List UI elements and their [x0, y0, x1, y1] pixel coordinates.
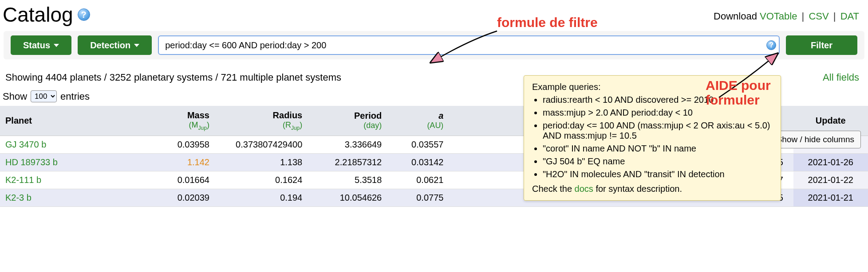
tooltip-examples: radius:rearth < 10 AND discovered >= 201…	[532, 95, 773, 179]
status-dropdown[interactable]: Status	[11, 35, 71, 55]
col-radius[interactable]: Radius(RJup)	[215, 106, 308, 136]
status-label: Status	[23, 40, 50, 51]
planet-link[interactable]: K2-111 b	[5, 175, 41, 185]
tooltip-example: "corot" IN name AND NOT "b" IN name	[543, 144, 773, 154]
radius-value: 0.194	[215, 189, 308, 206]
period-value: 5.3518	[308, 171, 387, 189]
download-votable[interactable]: VOTable	[760, 11, 797, 22]
arrow-icon	[426, 27, 515, 71]
title-text: Catalog	[3, 3, 73, 27]
download-dat[interactable]: DAT	[840, 11, 859, 22]
update-value: 2021-01-22	[793, 171, 868, 189]
mass-value: 0.03958	[178, 140, 209, 149]
filter-button[interactable]: Filter	[786, 35, 857, 55]
tooltip-footer: Check the docs for syntax description.	[532, 184, 773, 194]
detection-label: Detection	[90, 40, 130, 51]
a-value: 0.0621	[387, 171, 449, 189]
update-value: 2021-01-26	[793, 153, 868, 171]
tooltip-example: "H2O" IN molecules AND "transit" IN dete…	[543, 169, 773, 179]
summary-text: Showing 4404 planets / 3252 planetary sy…	[5, 72, 341, 83]
download-label: Download	[714, 11, 757, 22]
tooltip-example: "GJ 504 b" EQ name	[543, 156, 773, 167]
period-value: 10.054626	[308, 189, 387, 206]
col-a[interactable]: a(AU)	[387, 106, 449, 136]
period-value: 2.21857312	[308, 153, 387, 171]
caret-down-icon	[134, 44, 139, 47]
download-csv[interactable]: CSV	[809, 11, 829, 22]
detection-dropdown[interactable]: Detection	[78, 35, 152, 55]
radius-value: 0.373807429400	[215, 136, 308, 153]
entries-select[interactable]: 100	[31, 90, 57, 102]
annotation-help: AIDE pourformuler	[706, 78, 771, 107]
a-value: 0.0775	[387, 189, 449, 206]
a-value: 0.03142	[387, 153, 449, 171]
show-label: Show	[3, 91, 27, 102]
show-hide-columns-button[interactable]: Show / hide columns	[770, 131, 861, 148]
annotation-filter-formula: formule de filtre	[497, 15, 598, 30]
caret-down-icon	[54, 44, 59, 47]
radius-value: 1.138	[215, 153, 308, 171]
radius-value: 0.1624	[215, 171, 308, 189]
mass-value: 0.01664	[178, 175, 209, 185]
col-period[interactable]: Period(day)	[308, 106, 387, 136]
entries-label: entries	[60, 91, 90, 102]
all-fields-link[interactable]: All fields	[823, 72, 859, 83]
planet-link[interactable]: HD 189733 b	[5, 157, 58, 167]
docs-link[interactable]: docs	[575, 184, 593, 194]
update-value: 2021-01-21	[793, 189, 868, 206]
col-mass[interactable]: Mass(MJup)	[136, 106, 215, 136]
mass-value: 1.142	[187, 157, 209, 167]
tooltip-example: period:day <= 100 AND (mass:mjup < 2 OR …	[543, 120, 773, 141]
help-icon[interactable]: ?	[78, 8, 90, 21]
separator: |	[833, 11, 836, 22]
a-value: 0.03557	[387, 136, 449, 153]
mass-value: 0.02039	[178, 193, 209, 202]
separator: |	[802, 11, 805, 22]
period-value: 3.336649	[308, 136, 387, 153]
filter-help-icon[interactable]: ?	[766, 40, 776, 50]
planet-link[interactable]: K2-3 b	[5, 193, 32, 202]
tooltip-example: mass:mjup > 2.0 AND period:day < 10	[543, 108, 773, 118]
download-links: Download VOTable | CSV | DAT	[714, 11, 859, 22]
planet-link[interactable]: GJ 3470 b	[5, 140, 46, 149]
col-planet[interactable]: Planet	[0, 106, 136, 136]
